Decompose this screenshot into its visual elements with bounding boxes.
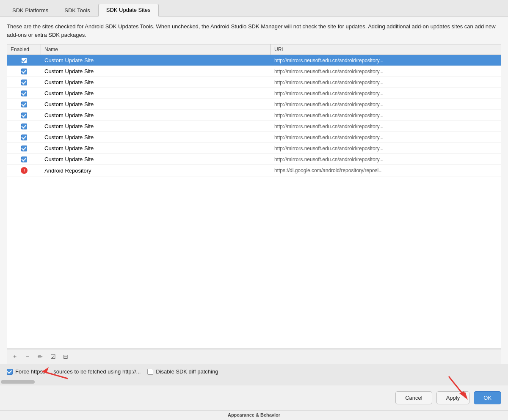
table-row[interactable]: Custom Update Sitehttp://mirrors.neusoft… (7, 99, 501, 110)
row-name-cell: Custom Update Site (41, 88, 271, 99)
table-header: Enabled Name URL (7, 44, 501, 55)
bottom-options-bar: Force https://... sources to be fetched … (0, 364, 508, 379)
table-body[interactable]: Custom Update Sitehttp://mirrors.neusoft… (7, 55, 501, 349)
row-name-cell: Custom Update Site (41, 143, 271, 154)
row-checkbox-icon[interactable] (21, 156, 27, 162)
table-row[interactable]: Custom Update Sitehttp://mirrors.neusoft… (7, 88, 501, 99)
disable-diff-checkbox[interactable] (147, 369, 153, 375)
row-enabled-cell[interactable] (7, 143, 41, 154)
description-text: These are the sites checked for Android … (7, 22, 501, 39)
table-row[interactable]: Custom Update Sitehttp://mirrors.neusoft… (7, 55, 501, 66)
row-name-cell: Custom Update Site (41, 66, 271, 77)
edit-button[interactable]: ✏ (36, 352, 45, 361)
row-checkbox-icon[interactable] (21, 91, 27, 96)
toolbar: + − ✏ ☑ ⊟ (7, 349, 501, 364)
row-url-cell: http://mirrors.neusoft.edu.cn/android/re… (271, 88, 501, 99)
row-name-cell: Custom Update Site (41, 99, 271, 110)
row-enabled-cell[interactable] (7, 121, 41, 132)
scrollbar-thumb[interactable] (1, 380, 35, 384)
row-checkbox-icon[interactable] (21, 124, 27, 129)
action-bar: Cancel Apply OK (0, 385, 508, 410)
col-header-url: URL (271, 44, 501, 55)
row-url-cell: http://mirrors.neusoft.edu.cn/android/re… (271, 77, 501, 88)
table-row[interactable]: Custom Update Sitehttp://mirrors.neusoft… (7, 121, 501, 132)
table-row[interactable]: Custom Update Sitehttp://mirrors.neusoft… (7, 66, 501, 77)
table-row[interactable]: Custom Update Sitehttp://mirrors.neusoft… (7, 132, 501, 143)
horizontal-scrollbar[interactable] (0, 379, 508, 385)
row-url-cell: http://mirrors.neusoft.edu.cn/android/re… (271, 143, 501, 154)
row-checkbox-icon[interactable] (21, 58, 27, 63)
row-url-cell: http://mirrors.neusoft.edu.cn/android/re… (271, 154, 501, 165)
table-row[interactable]: Custom Update Sitehttp://mirrors.neusoft… (7, 77, 501, 88)
table-row[interactable]: Custom Update Sitehttp://mirrors.neusoft… (7, 143, 501, 154)
apply-button[interactable]: Apply (436, 391, 470, 404)
row-enabled-cell[interactable] (7, 132, 41, 143)
row-enabled-cell[interactable] (7, 154, 41, 165)
row-url-cell: https://dl.google.com/android/repository… (271, 165, 501, 176)
tabs-bar: SDK Platforms SDK Tools SDK Update Sites (0, 0, 508, 16)
table-row[interactable]: !Android Repositoryhttps://dl.google.com… (7, 165, 501, 176)
disable-diff-label[interactable]: Disable SDK diff patching (147, 368, 218, 375)
row-name-cell: Custom Update Site (41, 110, 271, 121)
force-https-text: Force https://... sources to be fetched … (15, 368, 141, 375)
tab-sdk-tools[interactable]: SDK Tools (56, 4, 98, 16)
col-header-enabled: Enabled (7, 44, 41, 55)
ok-button[interactable]: OK (474, 391, 501, 404)
check-all-button[interactable]: ☑ (48, 352, 58, 361)
row-enabled-cell[interactable] (7, 66, 41, 77)
disable-diff-text: Disable SDK diff patching (156, 368, 218, 375)
table-row[interactable]: Custom Update Sitehttp://mirrors.neusoft… (7, 154, 501, 165)
row-error-icon: ! (21, 167, 28, 174)
row-url-cell: http://mirrors.neusoft.edu.cn/android/re… (271, 110, 501, 121)
row-checkbox-icon[interactable] (21, 145, 27, 151)
row-name-cell: Custom Update Site (41, 55, 271, 66)
row-enabled-cell[interactable] (7, 55, 41, 66)
row-name-cell: Custom Update Site (41, 154, 271, 165)
table-row[interactable]: Custom Update Sitehttp://mirrors.neusoft… (7, 110, 501, 121)
row-url-cell: http://mirrors.neusoft.edu.cn/android/re… (271, 55, 501, 66)
force-https-label[interactable]: Force https://... sources to be fetched … (7, 368, 141, 375)
row-checkbox-icon[interactable] (21, 80, 27, 85)
row-url-cell: http://mirrors.neusoft.edu.cn/android/re… (271, 66, 501, 77)
row-url-cell: http://mirrors.neusoft.edu.cn/android/re… (271, 99, 501, 110)
row-name-cell: Custom Update Site (41, 132, 271, 143)
row-enabled-cell[interactable] (7, 77, 41, 88)
row-enabled-cell[interactable] (7, 99, 41, 110)
tab-sdk-update-sites[interactable]: SDK Update Sites (98, 4, 159, 16)
row-checkbox-icon[interactable] (21, 69, 27, 74)
row-url-cell: http://mirrors.neusoft.edu.cn/android/re… (271, 121, 501, 132)
row-name-cell: Custom Update Site (41, 77, 271, 88)
row-enabled-cell[interactable]: ! (7, 165, 41, 176)
add-button[interactable]: + (10, 352, 19, 361)
col-header-name: Name (41, 44, 271, 55)
main-content: These are the sites checked for Android … (0, 16, 508, 364)
uncheck-all-button[interactable]: ⊟ (61, 352, 70, 361)
force-https-checkbox[interactable] (7, 369, 13, 375)
row-checkbox-icon[interactable] (21, 113, 27, 118)
sites-table: Enabled Name URL Custom Update Sitehttp:… (7, 44, 501, 349)
footer-hint: Appearance & Behavior (0, 410, 508, 420)
cancel-button[interactable]: Cancel (395, 391, 432, 404)
row-name-cell: Android Repository (41, 165, 271, 176)
row-checkbox-icon[interactable] (21, 135, 27, 140)
remove-button[interactable]: − (23, 352, 32, 361)
row-url-cell: http://mirrors.neusoft.edu.cn/android/re… (271, 132, 501, 143)
tab-sdk-platforms[interactable]: SDK Platforms (4, 4, 56, 16)
row-name-cell: Custom Update Site (41, 121, 271, 132)
row-enabled-cell[interactable] (7, 88, 41, 99)
row-enabled-cell[interactable] (7, 110, 41, 121)
row-checkbox-icon[interactable] (21, 102, 27, 107)
